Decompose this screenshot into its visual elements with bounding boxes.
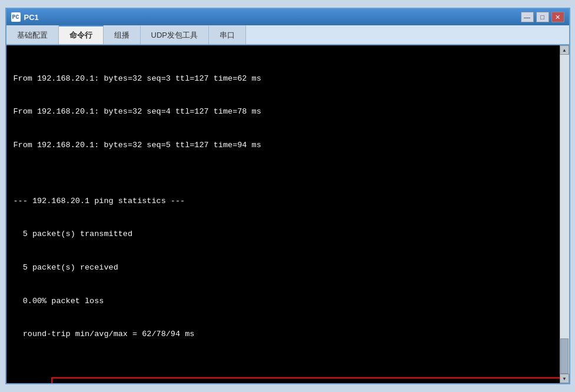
title-bar-left: PC PC1 bbox=[11, 12, 39, 22]
title-bar: PC PC1 — □ ✕ bbox=[6, 9, 569, 25]
window-icon-text: PC bbox=[12, 14, 19, 21]
main-window: PC PC1 — □ ✕ 基础配置 命令行 组播 UDP发包工具 串口 From… bbox=[5, 8, 570, 384]
terminal-line-8: 0.00% packet loss bbox=[14, 296, 553, 307]
terminal-line-1: From 192.168.20.1: bytes=32 seq=3 ttl=12… bbox=[14, 74, 553, 85]
scroll-thumb[interactable] bbox=[560, 338, 569, 374]
scrollbar[interactable]: ▲ ▼ bbox=[560, 45, 569, 383]
terminal[interactable]: From 192.168.20.1: bytes=32 seq=3 ttl=12… bbox=[6, 45, 560, 383]
window-icon: PC bbox=[11, 12, 21, 22]
terminal-line-6: 5 packet(s) transmitted bbox=[14, 229, 553, 240]
tab-multicast[interactable]: 组播 bbox=[104, 25, 141, 44]
content-area: From 192.168.20.1: bytes=32 seq=3 ttl=12… bbox=[6, 45, 569, 383]
terminal-line-5: --- 192.168.20.1 ping statistics --- bbox=[14, 196, 553, 207]
tab-serial[interactable]: 串口 bbox=[209, 25, 246, 44]
scroll-track[interactable] bbox=[560, 55, 569, 374]
tab-udp-tool[interactable]: UDP发包工具 bbox=[141, 25, 209, 44]
terminal-line-7: 5 packet(s) received bbox=[14, 263, 553, 274]
tab-basic-config[interactable]: 基础配置 bbox=[6, 25, 59, 44]
scroll-up-button[interactable]: ▲ bbox=[560, 45, 569, 55]
scroll-down-button[interactable]: ▼ bbox=[560, 374, 569, 383]
window-title: PC1 bbox=[24, 13, 39, 22]
highlighted-terminal-block: PC>ping 192.168.20.1 Ping 192.168.20.1: … bbox=[51, 377, 559, 383]
tab-bar: 基础配置 命令行 组播 UDP发包工具 串口 bbox=[6, 25, 569, 45]
close-button[interactable]: ✕ bbox=[551, 12, 564, 22]
tab-command-line[interactable]: 命令行 bbox=[59, 25, 104, 44]
terminal-line-3: From 192.168.20.1: bytes=32 seq=5 ttl=12… bbox=[14, 140, 553, 151]
terminal-line-9: round-trip min/avg/max = 62/78/94 ms bbox=[14, 329, 553, 340]
terminal-line-2: From 192.168.20.1: bytes=32 seq=4 ttl=12… bbox=[14, 107, 553, 118]
maximize-button[interactable]: □ bbox=[536, 12, 549, 22]
minimize-button[interactable]: — bbox=[521, 12, 534, 22]
window-controls: — □ ✕ bbox=[521, 12, 564, 22]
